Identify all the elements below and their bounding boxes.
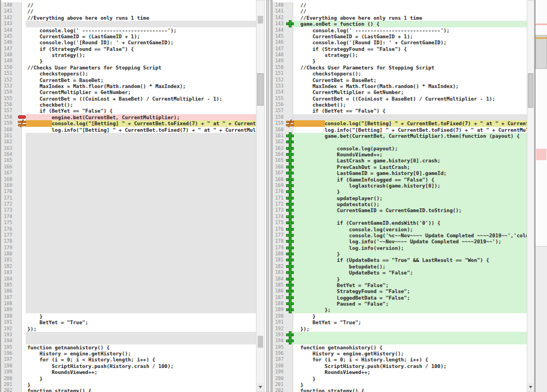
code-line[interactable]: 187 [1, 295, 256, 301]
code-line[interactable]: 198 ScriptHistory.push(History.crash / 1… [272, 363, 527, 369]
code-line[interactable]: 144 console.log(' ----------------------… [272, 27, 527, 33]
code-line[interactable]: 202function strategy() { [1, 388, 256, 392]
code-line[interactable]: 198 ScriptHistory.push(History.crash / 1… [1, 363, 256, 369]
code-line[interactable]: 152 CurrentBet = BaseBet; [272, 77, 527, 83]
code-line[interactable]: 188 Paused = "False"; [272, 301, 527, 307]
code-line[interactable]: 193 [272, 332, 527, 338]
code-line[interactable]: 146 console.log('[Round ID]: ' + Current… [1, 39, 256, 45]
code-line[interactable]: 193 [1, 332, 256, 338]
code-line[interactable]: 140// [272, 2, 527, 8]
code-line[interactable]: 158 [272, 114, 527, 120]
code-line[interactable]: 194 [272, 338, 527, 344]
code-line[interactable]: 154 CurrentMultiplier = GetNumber; [1, 89, 256, 95]
code-line[interactable]: 190 } [1, 313, 256, 319]
code-line[interactable]: 156 checkbet(); [1, 102, 256, 108]
code-line[interactable]: 199 RoundsViewed++; [272, 369, 527, 375]
code-line[interactable]: 167 [1, 170, 256, 176]
code-line[interactable]: 182 [1, 264, 256, 270]
code-line[interactable]: 165 LastCrash = game.history[0].crash; [272, 157, 527, 163]
code-line[interactable]: 151 checkstoppers(); [1, 71, 256, 77]
code-line[interactable]: 143game.onBet = function () { [272, 21, 527, 27]
code-line[interactable]: 195function getnanohistory() { [272, 344, 527, 350]
code-line[interactable]: 184 [1, 276, 256, 282]
code-line[interactable]: 159 console.log("[Betting] " + CurrentBe… [272, 120, 527, 126]
code-line[interactable]: 176 console.log(version); [272, 226, 527, 232]
code-line[interactable]: 179 [1, 245, 256, 251]
code-line[interactable]: 189 [1, 307, 256, 313]
code-line[interactable]: 191 BetYet = "True"; [1, 319, 256, 325]
right-scrollbar-thumb[interactable] [528, 73, 533, 108]
code-line[interactable]: 158 engine.bet(CurrentBet, CurrentMultip… [1, 114, 256, 120]
code-line[interactable]: 199 RoundsViewed++; [1, 369, 256, 375]
code-line[interactable]: 190 } [272, 313, 527, 319]
code-line[interactable]: 157 if (BetYet == "False") { [272, 108, 527, 114]
code-line[interactable]: 153 MaxIndex = Math.floor(Math.random() … [1, 83, 256, 89]
code-line[interactable]: 142//Everything above here only runs 1 t… [272, 15, 527, 21]
code-line[interactable]: 145 CurrentGameID = (LastGameID + 1); [272, 33, 527, 39]
code-line[interactable]: 171 updateplayer(); [272, 195, 527, 201]
code-line[interactable]: 187 LoggedBetData = "False"; [272, 295, 527, 301]
code-line[interactable]: 186 [1, 288, 256, 294]
code-line[interactable]: 162 [1, 139, 256, 145]
left-scrollbar-thumb[interactable] [257, 73, 264, 106]
code-line[interactable]: 192}); [1, 326, 256, 332]
code-line[interactable]: 159 console.log("[Betting] " + CurrentBe… [1, 120, 256, 126]
code-line[interactable]: 196 History = engine.getHistory(); [272, 350, 527, 356]
code-line[interactable]: 200 } [272, 376, 527, 382]
code-line[interactable]: 180 [1, 251, 256, 257]
code-line[interactable]: 177 console.log('%c~~Nov~~~~ Update Comp… [272, 232, 527, 238]
code-line[interactable]: 145 CurrentGameID = (LastGameID + 1); [1, 33, 256, 39]
code-line[interactable]: 149 } [272, 58, 527, 64]
code-line[interactable]: 180 } [272, 251, 527, 257]
code-line[interactable]: 181 [1, 257, 256, 263]
code-line[interactable]: 160 log.info("[Betting] " + CurrentBet.t… [272, 127, 527, 133]
code-line[interactable]: 189 }; [272, 307, 527, 313]
code-line[interactable]: 167 LastGameID = game.history[0].gameId; [272, 170, 527, 176]
code-line[interactable]: 164 [1, 151, 256, 157]
code-line[interactable]: 168 [1, 177, 256, 183]
code-line[interactable]: 165 [1, 157, 256, 163]
code-line[interactable]: 177 [1, 232, 256, 238]
code-line[interactable]: 153 MaxIndex = Math.floor(Math.random() … [272, 83, 527, 89]
code-line[interactable]: 182 betupdate(); [272, 264, 527, 270]
code-line[interactable]: 147 if (StrategyFound == "False") { [272, 46, 527, 52]
code-line[interactable]: 178 log.info('~~Nov~~~~ Update Completed… [272, 238, 527, 244]
code-line[interactable]: 176 [1, 226, 256, 232]
code-line[interactable]: 192}); [272, 326, 527, 332]
code-line[interactable]: 146 console.log('[Round ID]: ' + Current… [272, 39, 527, 45]
code-line[interactable]: 169 [1, 183, 256, 189]
code-line[interactable]: 148 strategy(); [272, 52, 527, 58]
code-line[interactable]: 170 } [272, 189, 527, 195]
code-line[interactable]: 183 [1, 270, 256, 276]
code-line[interactable]: 161 game.bet(CurrentBet, CurrentMultipli… [272, 133, 527, 139]
code-line[interactable]: 173 CurrentGameID = CurrentGameID.toStri… [272, 207, 527, 213]
code-line[interactable]: 185 [1, 282, 256, 288]
code-line[interactable]: 150//Checks User Parameters for Stopping… [272, 65, 527, 71]
code-line[interactable]: 163 console.log(payout); [272, 145, 527, 151]
right-vertical-scrollbar[interactable] [527, 0, 534, 392]
code-line[interactable]: 174 [1, 214, 256, 220]
code-line[interactable]: 160 log.info("[Betting] " + CurrentBet.t… [1, 127, 256, 133]
code-line[interactable]: 197 for (i = 0; i < History.length; i++)… [272, 356, 527, 362]
code-line[interactable]: 173 [1, 207, 256, 213]
code-line[interactable]: 154 CurrentMultiplier = GetNumber; [272, 89, 527, 95]
code-line[interactable]: 162 [272, 139, 527, 145]
left-scroll-down-button[interactable] [257, 383, 264, 391]
overview-current-view-indicator[interactable] [536, 35, 547, 69]
code-line[interactable]: 149 } [1, 58, 256, 64]
code-line[interactable]: 188 [1, 301, 256, 307]
code-line[interactable]: 201} [1, 382, 256, 388]
code-line[interactable]: 166 PrevCashOut = LastCrash; [272, 164, 527, 170]
code-line[interactable]: 191 BetYet = "True"; [272, 319, 527, 325]
code-line[interactable]: 163 [1, 145, 256, 151]
code-line[interactable]: 168 if (GameInfoLogged == "False") { [272, 177, 527, 183]
code-line[interactable]: 179 log.info(version); [272, 245, 527, 251]
code-line[interactable]: 147 if (StrategyFound == "False") { [1, 46, 256, 52]
code-line[interactable]: 151 checkstoppers(); [272, 71, 527, 77]
code-line[interactable]: 142//Everything above here only runs 1 t… [1, 15, 256, 21]
code-line[interactable]: 201} [272, 382, 527, 388]
code-line[interactable]: 170 [1, 189, 256, 195]
code-line[interactable]: 174 [272, 214, 527, 220]
code-line[interactable]: 175 [1, 220, 256, 226]
code-line[interactable]: 175 if (CurrentGameID.endsWith('0')) { [272, 220, 527, 226]
